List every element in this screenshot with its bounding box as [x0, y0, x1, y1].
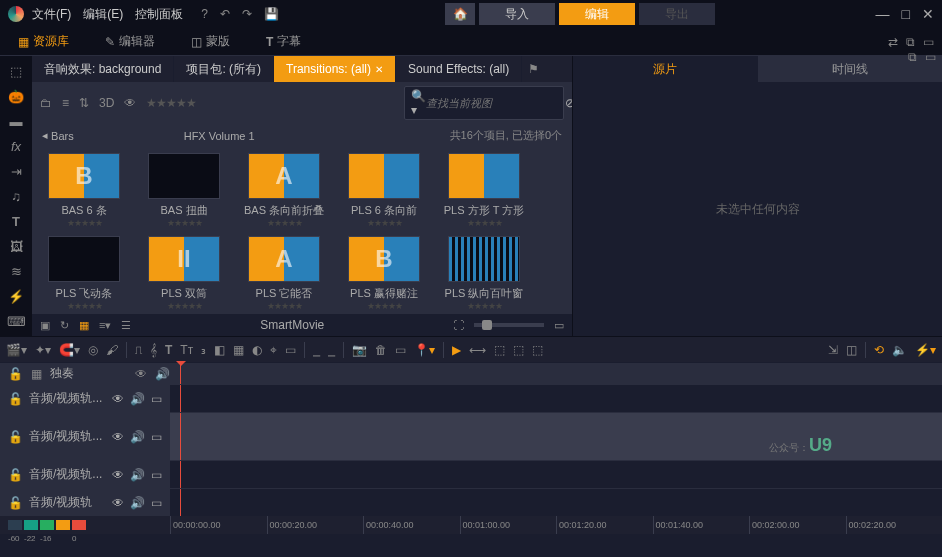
tl-mixer-icon[interactable]: ⎍ — [135, 343, 142, 357]
track-speaker-icon[interactable]: 🔊 — [130, 496, 145, 510]
tl-text-icon[interactable]: T — [165, 343, 172, 357]
ruler-body[interactable]: 00:00:00.0000:00:20.0000:00:40.0000:01:0… — [170, 516, 942, 534]
folder-open-icon[interactable]: 🗀 — [40, 96, 52, 110]
tab-mask[interactable]: ◫ 蒙版 — [173, 28, 248, 55]
tl-contrast-icon[interactable]: ◐ — [252, 343, 262, 357]
music-icon[interactable]: ♫ — [11, 189, 21, 204]
track-eye-icon[interactable]: 👁 — [112, 392, 124, 406]
track-monitor-icon[interactable]: ▭ — [151, 496, 162, 510]
title-icon[interactable]: T — [12, 214, 20, 229]
preview-tab-source[interactable]: 源片 — [573, 56, 758, 82]
track-body[interactable] — [170, 385, 942, 412]
tl-zoom-icon[interactable]: ⇲ — [828, 343, 838, 357]
bc-bars[interactable]: Bars — [51, 130, 74, 142]
thumb-rating[interactable]: ★★★★★ — [267, 218, 302, 228]
bf-end-icon[interactable]: ▭ — [554, 319, 564, 332]
tab-subtitle[interactable]: T 字幕 — [248, 28, 319, 55]
save-icon[interactable]: 💾 — [264, 7, 279, 21]
menu-edit[interactable]: 编辑(E) — [83, 6, 123, 23]
redo-icon[interactable]: ↷ — [242, 7, 252, 21]
tl-audio-icon[interactable]: 🔈 — [892, 343, 907, 357]
bc-arrow-icon[interactable]: ◂ — [42, 129, 48, 142]
transition-icon[interactable]: ⇥ — [11, 164, 22, 179]
track-speaker-icon[interactable]: 🔊 — [130, 392, 145, 406]
folder-icon[interactable]: ▬ — [10, 114, 23, 129]
search-box[interactable]: 🔍▾ ⊘ — [404, 86, 564, 120]
tl-cam-icon[interactable]: 📷 — [352, 343, 367, 357]
thumb-item[interactable]: BAS 扭曲★★★★★ — [138, 153, 230, 228]
tl-clip-icon[interactable]: ▭ — [395, 343, 406, 357]
thumb-rating[interactable]: ★★★★★ — [67, 301, 102, 311]
home-button[interactable]: 🏠 — [445, 3, 475, 25]
layout-icon[interactable]: ▭ — [923, 35, 934, 49]
track-head[interactable]: 🔓音频/视频轨👁🔊▭ — [0, 489, 170, 516]
thumb-rating[interactable]: ★★★★★ — [367, 218, 402, 228]
track-lock-icon[interactable]: 🔓 — [8, 367, 23, 381]
tl-music-icon[interactable]: 𝄞 — [150, 343, 157, 357]
layers-icon[interactable]: ≋ — [11, 264, 22, 279]
track-head[interactable]: 🔓音频/视频轨...👁🔊▭ — [0, 461, 170, 488]
thumb-rating[interactable]: ★★★★★ — [367, 301, 402, 311]
pumpkin-icon[interactable]: 🎃 — [8, 89, 24, 104]
tl-split-icon[interactable]: ◧ — [214, 343, 225, 357]
track-lock-icon[interactable]: 🔓 — [8, 468, 23, 482]
track-speaker-icon[interactable]: 🔊 — [155, 367, 170, 381]
sort-icon[interactable]: ⇅ — [79, 96, 89, 110]
tl-grid-icon[interactable]: ▦ — [233, 343, 244, 357]
tl-trash-icon[interactable]: 🗑 — [375, 343, 387, 357]
track-body[interactable] — [170, 461, 942, 488]
tl-slide-icon[interactable]: ⬚ — [513, 343, 524, 357]
edit-button[interactable]: 编辑 — [559, 3, 635, 25]
tab-library[interactable]: ▦ 资源库 — [0, 28, 87, 55]
tl-pointer-icon[interactable]: ▶ — [452, 343, 461, 357]
tl-paint-icon[interactable]: 🖌 — [106, 343, 118, 357]
track-film-icon[interactable]: ▦ — [31, 367, 42, 381]
filter-project[interactable]: 项目包: (所有) — [174, 56, 274, 82]
menu-file[interactable]: 文件(F) — [32, 6, 71, 23]
tl-clapper-icon[interactable]: 🎬▾ — [6, 343, 27, 357]
threed-toggle[interactable]: 3D — [99, 96, 114, 110]
export-button[interactable]: 导出 — [639, 3, 715, 25]
fx-icon[interactable]: fx — [11, 139, 21, 154]
track-lock-icon[interactable]: 🔓 — [8, 496, 23, 510]
smartmovie-label[interactable]: SmartMovie — [141, 318, 443, 332]
expand-icon[interactable]: ⧉ — [906, 35, 915, 49]
playhead[interactable] — [180, 363, 181, 384]
preview-layout-icon[interactable]: ▭ — [925, 50, 936, 64]
track-body[interactable] — [170, 489, 942, 516]
bf-expand-icon[interactable]: ⛶ — [453, 319, 464, 331]
bc-volume[interactable]: HFX Volume 1 — [184, 130, 255, 142]
track-eye-icon[interactable]: 👁 — [112, 430, 124, 444]
bf-list-icon[interactable]: ≡▾ — [99, 319, 111, 332]
thumb-item[interactable]: PLS 飞动条★★★★★ — [38, 236, 130, 311]
filter-sound-effect[interactable]: 音响效果: background — [32, 56, 174, 82]
tl-target-icon[interactable]: ◎ — [88, 343, 98, 357]
thumb-rating[interactable]: ★★★★★ — [167, 301, 202, 311]
list-icon[interactable]: ≡ — [62, 96, 69, 110]
minimize-icon[interactable]: — — [876, 6, 890, 22]
track-eye-icon[interactable]: 👁 — [112, 496, 124, 510]
bin-icon[interactable]: ⬚ — [10, 64, 22, 79]
tl-three-icon[interactable]: ₃ — [201, 343, 206, 357]
tool-icon[interactable]: ⚡ — [8, 289, 24, 304]
bf-icon2[interactable]: ↻ — [60, 319, 69, 332]
track-eye-icon[interactable]: 👁 — [135, 367, 147, 381]
tl-roll-icon[interactable]: ⬚ — [532, 343, 543, 357]
track-monitor-icon[interactable]: ▭ — [151, 468, 162, 482]
track-lock-icon[interactable]: 🔓 — [8, 430, 23, 444]
bf-icon1[interactable]: ▣ — [40, 319, 50, 332]
maximize-icon[interactable]: □ — [902, 6, 910, 22]
thumb-item[interactable]: PLS 方形 T 方形★★★★★ — [438, 153, 530, 228]
undo-icon[interactable]: ↶ — [220, 7, 230, 21]
thumb-rating[interactable]: ★★★★★ — [467, 301, 502, 311]
import-button[interactable]: 导入 — [479, 3, 555, 25]
rating-filter[interactable]: ★★★★★ — [146, 96, 196, 110]
track-eye-icon[interactable]: 👁 — [112, 468, 124, 482]
tl-gear-icon[interactable]: ✦▾ — [35, 343, 51, 357]
tag-icon[interactable]: 👁 — [124, 96, 136, 110]
tl-snap-icon[interactable]: 🧲▾ — [59, 343, 80, 357]
bf-menu-icon[interactable]: ☰ — [121, 319, 131, 332]
thumb-item[interactable]: BAS 6 条★★★★★ — [38, 153, 130, 228]
thumb-item[interactable]: PLS 纵向百叶窗★★★★★ — [438, 236, 530, 311]
filter-transitions[interactable]: Transitions: (all)✕ — [274, 56, 396, 82]
